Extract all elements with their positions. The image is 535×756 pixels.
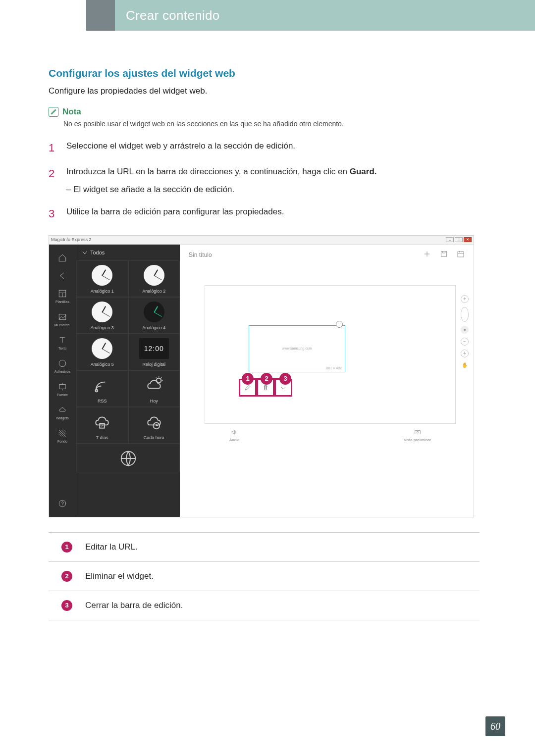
legend-text-2: Eliminar el widget.	[85, 571, 154, 581]
widget-analogico-4[interactable]: Analógico 4	[128, 297, 180, 334]
step-1-number: 1	[49, 140, 57, 156]
legend-bullet-2: 2	[61, 571, 72, 582]
svg-point-14	[417, 431, 419, 433]
legend-bullet-3: 3	[61, 600, 72, 611]
widget-cada-hora[interactable]: Cada hora	[128, 407, 180, 444]
app-main: Sin título www.samsung.com 801 × 402	[180, 245, 474, 517]
widgets-panel: Todos Analógico 1 Analógico 2 Analógico …	[76, 245, 180, 517]
note-text: No es posible usar el widget web en las …	[49, 120, 480, 128]
zoom-out-icon[interactable]: −	[461, 338, 469, 346]
window-close-button[interactable]: ✕	[464, 237, 472, 242]
step-3-number: 3	[49, 205, 57, 222]
app-title: MagicInfo Express 2	[51, 237, 92, 242]
legend-text-1: Editar la URL.	[85, 542, 138, 552]
page-header-title: Crear contenido	[126, 8, 220, 23]
zoom-in-icon[interactable]: +	[461, 350, 469, 357]
step-2-text: Introduzca la URL en la barra de direcci…	[66, 167, 350, 176]
widget-rss[interactable]: RSS	[76, 370, 128, 407]
widget-analogico-5[interactable]: Analógico 5	[76, 334, 128, 370]
zoom-add-icon[interactable]: +	[461, 295, 469, 303]
widget-web[interactable]	[76, 444, 180, 472]
legend-row-1: 1 Editar la URL.	[49, 533, 480, 562]
page-number: 60	[485, 716, 505, 736]
svg-rect-1	[59, 314, 66, 320]
sidebar-help[interactable]	[49, 495, 76, 512]
sidebar-back[interactable]	[49, 267, 76, 284]
note-label: Nota	[62, 107, 81, 117]
window-maximize-button[interactable]: □	[455, 237, 463, 242]
sidebar-fondo[interactable]: Fondo	[49, 425, 76, 447]
svg-point-6	[157, 378, 161, 383]
sidebar-texto[interactable]: Texto	[49, 332, 76, 354]
section-heading: Configurar los ajustes del widget web	[49, 67, 480, 79]
legend-row-2: 2 Eliminar el widget.	[49, 562, 480, 591]
save-icon[interactable]	[440, 250, 448, 259]
audio-button[interactable]: Audio	[229, 429, 239, 442]
widget-analogico-2[interactable]: Analógico 2	[128, 260, 180, 297]
legend-text-3: Cerrar la barra de edición.	[85, 601, 183, 610]
placed-web-widget[interactable]: www.samsung.com 801 × 402	[249, 325, 345, 372]
callout-1: 1	[242, 373, 254, 385]
svg-rect-3	[59, 384, 65, 389]
app-screenshot: MagicInfo Express 2 – □ ✕ Plantillas Mi …	[49, 235, 474, 517]
pan-icon[interactable]: ✋	[461, 361, 469, 369]
callout-3: 3	[279, 373, 291, 385]
svg-rect-12	[458, 252, 464, 257]
widget-reloj-digital[interactable]: 12:00Reloj digital	[128, 334, 180, 370]
svg-text:7: 7	[101, 424, 103, 428]
svg-rect-11	[441, 252, 447, 257]
sidebar-fuente[interactable]: Fuente	[49, 378, 76, 401]
globe-icon	[336, 321, 343, 328]
widget-7-dias[interactable]: 77 días	[76, 407, 128, 444]
svg-point-2	[59, 360, 66, 367]
svg-point-5	[96, 390, 98, 392]
calendar-icon[interactable]	[457, 250, 465, 259]
widget-hoy[interactable]: Hoy	[128, 370, 180, 407]
web-widget-url: www.samsung.com	[249, 347, 345, 350]
callout-2: 2	[261, 373, 272, 385]
step-2-number: 2	[49, 165, 57, 197]
panel-filter[interactable]: Todos	[76, 245, 180, 260]
step-2-sub: – El widget se añade a la sección de edi…	[66, 183, 480, 196]
step-3: 3 Utilice la barra de edición para confi…	[49, 205, 480, 222]
sidebar-widgets[interactable]: Widgets	[49, 402, 76, 424]
step-2: 2 Introduzca la URL en la barra de direc…	[49, 165, 480, 197]
app-titlebar: MagicInfo Express 2 – □ ✕	[49, 236, 474, 245]
legend-bullet-1: 1	[61, 542, 72, 553]
page-header-bar: Crear contenido	[0, 0, 535, 31]
app-sidebar: Plantillas Mi conten. Texto Adhesivos Fu…	[49, 245, 76, 517]
note-icon	[49, 107, 58, 117]
step-3-text: Utilice la barra de edición para configu…	[66, 205, 480, 222]
canvas-zoom-tools: + ● − + ✋	[461, 295, 469, 369]
step-1: 1 Seleccione el widget web y arrástrelo …	[49, 140, 480, 156]
web-widget-dimensions: 801 × 402	[326, 366, 342, 370]
document-title: Sin título	[189, 252, 212, 258]
svg-rect-13	[415, 430, 420, 434]
widget-analogico-1[interactable]: Analógico 1	[76, 260, 128, 297]
step-2-bold: Guard.	[350, 167, 377, 176]
add-icon[interactable]	[423, 250, 431, 259]
sidebar-home[interactable]	[49, 250, 76, 266]
callout-legend: 1 Editar la URL. 2 Eliminar el widget. 3…	[49, 532, 480, 620]
zoom-fit-icon[interactable]: ●	[461, 326, 469, 334]
note-block: Nota No es posible usar el widget web en…	[49, 107, 480, 128]
section-intro: Configure las propiedades del widget web…	[49, 86, 480, 96]
edit-canvas[interactable]: www.samsung.com 801 × 402	[205, 285, 456, 424]
sidebar-plantillas[interactable]: Plantillas	[49, 285, 76, 307]
legend-row-3: 3 Cerrar la barra de edición.	[49, 591, 480, 620]
step-1-text: Seleccione el widget web y arrástrelo a …	[66, 140, 480, 156]
widget-analogico-3[interactable]: Analógico 3	[76, 297, 128, 334]
preview-button[interactable]: Vista preliminar	[404, 429, 431, 442]
sidebar-mi-conten[interactable]: Mi conten.	[49, 308, 76, 331]
window-minimize-button[interactable]: –	[446, 237, 454, 242]
sidebar-adhesivos[interactable]: Adhesivos	[49, 355, 76, 377]
